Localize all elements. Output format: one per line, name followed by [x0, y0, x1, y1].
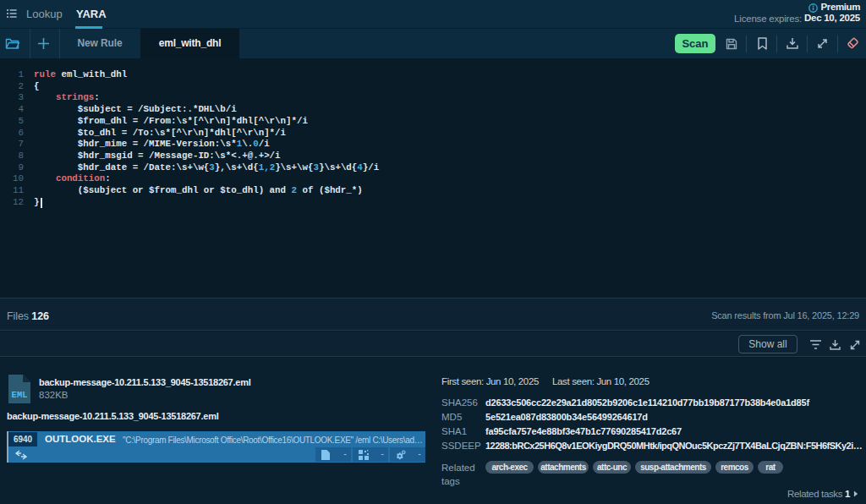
svg-text:EML: EML	[12, 390, 28, 400]
